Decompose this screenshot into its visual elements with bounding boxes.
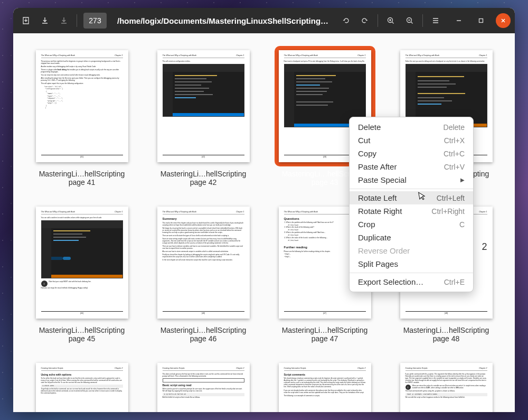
thumbnail-cell[interactable]: Creating Interactive ScriptsChapter 2 Sc… [272,359,378,412]
save-button[interactable] [36,12,53,29]
thumbnail-cell[interactable]: The What and Why of Scripting with BashC… [150,202,256,343]
redo-button[interactable] [356,12,373,29]
page-thumbnail[interactable]: The What and Why of Scripting with BashC… [36,207,128,319]
ctx-paste-after[interactable]: Paste AfterCtrl+V [350,160,473,173]
ctx-reverse-order: Reverse Order [350,244,473,257]
thumbnail-caption: MasteringLi…hellScriptingpage 47 [282,326,368,343]
thumbnail-caption: MasteringLi…hellScriptingpage 48 [403,326,489,343]
undo-button[interactable] [337,12,354,29]
ctx-crop[interactable]: CropC [350,218,473,231]
ctx-cut[interactable]: CutCtrl+X [350,134,473,147]
context-menu: DeleteDelete CutCtrl+X CopyCtrl+C Paste … [349,117,474,292]
maximize-button[interactable] [474,13,488,28]
thumbnail-cell[interactable]: The What and Why of Scripting with BashC… [29,46,135,186]
window-title: /home/logix/Documents/MasteringLinuxShel… [111,16,335,25]
page-thumbnail[interactable]: The What and Why of Scripting with BashC… [157,207,250,319]
ctx-export-selection[interactable]: Export Selection…Ctrl+E [350,275,473,288]
ctx-paste-special[interactable]: Paste Special▶ [350,173,473,186]
page-thumbnail[interactable]: Creating Interactive ScriptsChapter 2 Th… [157,363,250,412]
thumbnail-caption: MasteringLi…hellScriptingpage 46 [161,326,247,343]
titlebar: /home/logix/Documents/MasteringLinuxShel… [13,8,515,33]
page-number-input[interactable] [83,13,107,29]
thumbnail-caption: MasteringLi…hellScriptingpage 42 [161,170,247,186]
thumbnail-cell[interactable]: Creating Interactive ScriptsChapter 2 Th… [150,359,256,412]
ctx-duplicate[interactable]: Duplicate [350,231,473,244]
close-button[interactable] [496,13,511,28]
ctx-copy[interactable]: CopyCtrl+C [350,147,473,160]
ctx-separator [350,273,473,273]
page-thumbnail[interactable]: Creating Interactive ScriptsChapter 2 If… [400,363,493,412]
thumbnail-cell[interactable]: Creating Interactive ScriptsChapter 2 If… [393,359,499,412]
zoom-out-button[interactable] [401,12,418,29]
ctx-split-pages[interactable]: Split Pages [350,257,473,270]
ctx-rotate-right[interactable]: Rotate RightCtrl+Right [350,204,473,218]
ctx-rotate-left[interactable]: Rotate LeftCtrl+Left [350,191,473,204]
import-button[interactable] [17,12,34,29]
thumbnail-caption: MasteringLi…hellScriptingpage 45 [39,326,125,343]
menu-button[interactable] [427,12,444,29]
page-thumbnail[interactable]: Creating Interactive ScriptsChapter 2 Us… [36,363,128,412]
page-thumbnail[interactable]: Creating Interactive ScriptsChapter 2 Sc… [279,363,371,412]
chevron-right-icon: ▶ [460,177,465,183]
thumbnail-cell[interactable]: Creating Interactive ScriptsChapter 2 Us… [29,359,135,412]
svg-rect-2 [479,19,483,23]
zoom-in-button[interactable] [382,12,399,29]
page-thumbnail[interactable]: The What and Why of Scripting with BashC… [36,50,128,162]
ctx-separator [350,189,473,189]
minimize-button[interactable] [451,13,466,28]
ctx-delete[interactable]: DeleteDelete [350,120,473,134]
thumbnail-caption: MasteringLi…hellScriptingpage 41 [39,170,125,186]
thumbnail-cell[interactable]: The What and Why of Scripting with BashC… [150,46,256,186]
page-thumbnail[interactable]: The What and Why of Scripting with BashC… [157,50,250,162]
thumbnail-cell[interactable]: The What and Why of Scripting with BashC… [29,202,135,343]
save-as-button[interactable] [55,12,72,29]
